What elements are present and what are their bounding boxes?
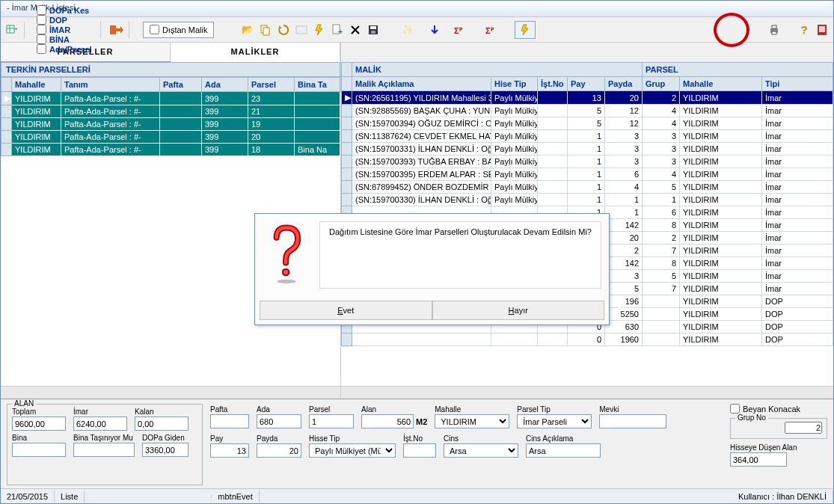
group-parsel: PARSEL — [643, 63, 833, 77]
pay-input[interactable] — [210, 443, 249, 458]
payda-input[interactable] — [257, 443, 301, 458]
table-row[interactable]: ▶YILDIRIMPafta-Ada-Parsel : #-39923 — [1, 92, 340, 105]
table-row[interactable]: ▶(SN:26561195) YILDIRIM Mahallesi 3Paylı… — [342, 91, 833, 105]
col-header[interactable]: İşt.No — [538, 77, 568, 91]
export-icon[interactable] — [108, 21, 125, 39]
table-row[interactable]: (SN:159700395) ERDEM ALPAR : SEPaylı Mül… — [342, 168, 833, 181]
outside-owner-checkbox[interactable] — [150, 25, 159, 34]
table-row[interactable]: (SN:159700330) İLHAN DENKLİ : OğPaylı Mü… — [342, 194, 833, 206]
status-bar: 21/05/2015 Liste mbtnEvet Kullanıcı : İl… — [1, 488, 833, 503]
alan-input[interactable] — [361, 414, 414, 428]
parsel-input[interactable] — [309, 414, 354, 428]
toolbar-check[interactable]: DOPa Kes — [32, 5, 96, 15]
table-row[interactable]: (SN:159700331) İLHAN DENKLİ : OğPaylı Mü… — [342, 143, 833, 156]
pafta-input[interactable] — [210, 414, 249, 428]
help-icon[interactable]: ? — [796, 22, 812, 38]
dialog-no-button[interactable]: Hayır — [432, 301, 605, 320]
status-date: 21/05/2015 — [1, 491, 55, 503]
col-header[interactable]: Mahalle — [680, 77, 762, 91]
col-header[interactable]: Pafta — [160, 78, 202, 92]
save-icon[interactable] — [365, 22, 381, 38]
kalan-input[interactable] — [135, 417, 188, 431]
sigma-red2-icon[interactable]: Σᴾ — [483, 22, 506, 38]
table-dropdown-button[interactable] — [4, 22, 20, 38]
col-header[interactable]: Parsel — [248, 78, 295, 92]
toolbar-check[interactable]: BİNA — [32, 34, 96, 44]
title-bar: - İmar Malik Listesi — [1, 1, 833, 17]
toplam-input[interactable] — [12, 417, 66, 431]
col-header[interactable]: Ada — [202, 78, 248, 92]
table-row[interactable]: (SN:11387624) CEVDET EKMEL HATPaylı Mülk… — [342, 130, 833, 143]
grupno-input[interactable] — [785, 422, 822, 434]
status-user: Kullanıcı : İlhan DENKLİ — [732, 491, 833, 503]
arrow-down-icon[interactable] — [426, 22, 443, 38]
status-btn: mbtnEvet — [212, 491, 259, 503]
confirm-dialog: Dağıtım Listesine Göre İmar Parselleri O… — [254, 213, 610, 325]
left-grid[interactable]: MahalleTanımPaftaAdaParselBina Ta ▶YILDI… — [1, 77, 340, 156]
col-header[interactable]: Tanım — [61, 78, 160, 92]
refresh-icon[interactable] — [275, 22, 292, 38]
cins-select[interactable]: Arsa — [444, 443, 518, 458]
table-row[interactable]: 01960YILDIRIMDOP — [342, 334, 833, 346]
table-row[interactable]: (SN:159700394) OĞUZ DEMİRCİ : OPaylı Mül… — [342, 117, 833, 130]
mahalle-select[interactable]: YILDIRIM — [435, 414, 509, 428]
left-hscroll[interactable] — [1, 386, 340, 399]
svg-text:+: + — [338, 27, 343, 36]
toolbar-check[interactable]: DOP — [32, 15, 96, 25]
doc-plus-icon[interactable]: + — [329, 22, 346, 38]
istno-input[interactable] — [403, 443, 436, 458]
table-row[interactable]: YILDIRIMPafta-Ada-Parsel : #-39918Bina N… — [1, 144, 340, 156]
svg-point-21 — [278, 280, 296, 283]
parsel-tip-select[interactable]: İmar Parseli — [517, 414, 592, 428]
grupno-box: Grup No — [730, 418, 827, 439]
table-row[interactable]: YILDIRIMPafta-Ada-Parsel : #-39920 — [1, 131, 340, 144]
beyan-check[interactable]: Beyan Konacak — [730, 404, 827, 414]
status-mode: Liste — [55, 491, 85, 503]
mevki-input[interactable] — [599, 414, 666, 428]
col-header[interactable]: Hise Tip — [491, 77, 538, 91]
svg-rect-16 — [772, 31, 776, 34]
dialog-yes-button[interactable]: Evet — [260, 301, 432, 320]
col-header[interactable]: Payda — [605, 77, 643, 91]
right-hscroll[interactable] — [341, 386, 833, 399]
hisse-alan-input[interactable] — [730, 452, 787, 467]
imar-input[interactable] — [73, 417, 127, 431]
col-header[interactable]: Bina Ta — [295, 78, 340, 92]
svg-rect-5 — [263, 28, 269, 35]
col-header[interactable]: Tipi — [762, 77, 833, 91]
delete-icon[interactable] — [347, 22, 364, 38]
col-header[interactable]: Pay — [568, 77, 605, 91]
table-row[interactable]: YILDIRIMPafta-Ada-Parsel : #-39921 — [1, 105, 340, 118]
folder-open-icon[interactable]: 📂 — [239, 22, 256, 38]
bina-tasiniyor-input[interactable] — [73, 443, 135, 457]
table-row[interactable]: (SN:92885569) BAŞAK ÇUHA : YUNUPaylı Mül… — [342, 105, 833, 117]
ada-input[interactable] — [257, 414, 301, 428]
alan-fieldset: ALAN Toplam İmar Kalan Bina Bina Taşınıy… — [7, 404, 203, 485]
dopa-giden-input[interactable] — [142, 443, 188, 457]
svg-point-20 — [283, 270, 288, 274]
col-header[interactable]: Grup — [643, 77, 680, 91]
col-header[interactable]: Malik Açıklama — [352, 77, 491, 91]
toolbar-check[interactable]: İMAR — [32, 25, 96, 34]
close-app-icon[interactable] — [814, 22, 830, 38]
cins-aciklama-input[interactable] — [526, 443, 601, 458]
execute-bolt-button[interactable] — [515, 21, 536, 39]
copy-doc-icon[interactable] — [257, 22, 274, 38]
svg-rect-6 — [296, 26, 307, 34]
tab-malikler[interactable]: MALİKLER — [171, 43, 340, 62]
print-icon[interactable] — [766, 22, 782, 38]
sigma-red-icon[interactable]: Σᴾ — [452, 22, 474, 38]
toolbar-check[interactable]: Ada/Parsel — [32, 44, 96, 54]
lightning-icon[interactable] — [311, 22, 328, 38]
table-row[interactable]: (SN:87899452) ÖNDER BOZDEMİR :Paylı Mülk… — [342, 181, 833, 194]
card-icon[interactable] — [293, 22, 310, 38]
svg-rect-15 — [772, 25, 776, 28]
table-row[interactable]: (SN:159700393) TUĞBA ERBAY : BAPaylı Mül… — [342, 156, 833, 168]
bina-input[interactable] — [12, 443, 66, 457]
svg-rect-11 — [371, 31, 375, 34]
table-row[interactable]: YILDIRIMPafta-Ada-Parsel : #-39919 — [1, 118, 340, 131]
outside-owner-check[interactable]: Dıştan Malik — [143, 22, 215, 38]
hisse-tip-select[interactable]: Paylı Mülkiyet (Mü — [309, 443, 396, 458]
wand-icon[interactable]: ✨ — [399, 22, 416, 38]
col-header[interactable]: Mahalle — [12, 78, 61, 92]
